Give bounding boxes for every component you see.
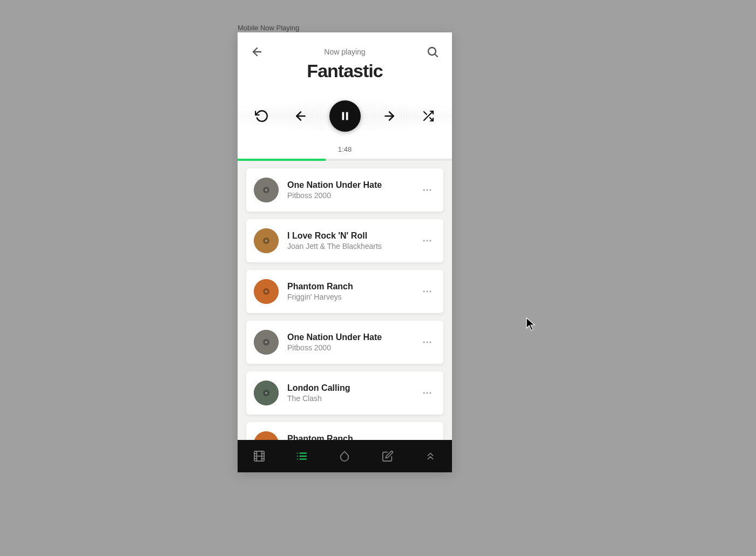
progress-fill: [238, 159, 326, 161]
now-playing-title: Fantastic: [248, 60, 441, 82]
svg-point-40: [254, 431, 279, 440]
svg-point-25: [423, 290, 425, 292]
more-button[interactable]: [418, 334, 436, 351]
next-button[interactable]: [379, 106, 400, 126]
svg-point-33: [429, 341, 431, 343]
cursor-icon: [526, 317, 538, 331]
tab-bar: [238, 440, 452, 472]
more-horizontal-icon: [422, 286, 433, 297]
edit-icon: [382, 450, 394, 462]
svg-point-13: [423, 189, 425, 191]
album-art: [254, 279, 279, 304]
track-artist: Pitboss 2000: [287, 343, 410, 352]
svg-point-26: [426, 290, 428, 292]
search-icon: [426, 45, 439, 58]
svg-point-31: [423, 341, 425, 343]
header: Now playing Fantastic: [238, 32, 452, 89]
more-horizontal-icon: [422, 337, 433, 348]
header-subtitle: Now playing: [266, 48, 424, 56]
album-art: [254, 431, 279, 440]
track-title: I Love Rock 'N' Roll: [287, 231, 410, 241]
track-info: London CallingThe Clash: [287, 383, 410, 403]
album-art: [254, 178, 279, 202]
more-button[interactable]: [418, 435, 436, 440]
svg-point-24: [265, 290, 267, 293]
track-card[interactable]: Phantom RanchFriggin' Harveys: [246, 270, 443, 313]
progress-bar[interactable]: [238, 159, 452, 161]
svg-point-20: [426, 240, 428, 241]
track-card[interactable]: London CallingThe Clash: [246, 371, 443, 415]
svg-line-2: [435, 55, 438, 57]
svg-point-19: [423, 240, 425, 241]
more-horizontal-icon: [422, 185, 433, 195]
previous-button[interactable]: [291, 106, 311, 126]
player-controls: [238, 89, 452, 143]
track-info: One Nation Under HatePitboss 2000: [287, 333, 410, 352]
tab-discover[interactable]: [334, 445, 355, 467]
album-art: [254, 330, 279, 355]
track-title: London Calling: [287, 383, 410, 393]
track-title: One Nation Under Hate: [287, 180, 410, 190]
svg-point-27: [429, 290, 431, 292]
svg-point-12: [265, 189, 267, 191]
more-button[interactable]: [418, 181, 436, 199]
track-title: Phantom Ranch: [287, 282, 410, 291]
search-button[interactable]: [424, 43, 441, 60]
time-elapsed: 1:48: [238, 145, 452, 153]
arrow-left-icon: [294, 109, 308, 123]
pause-icon: [339, 110, 351, 122]
svg-point-39: [429, 392, 431, 394]
svg-line-9: [424, 112, 427, 114]
shuffle-icon: [422, 110, 435, 123]
track-artist: Pitboss 2000: [287, 191, 410, 200]
mobile-device-frame: Now playing Fantastic 1:48 One Nation Un…: [238, 32, 452, 472]
replay-icon: [255, 109, 269, 123]
tab-edit[interactable]: [377, 445, 399, 467]
svg-point-36: [265, 392, 267, 394]
more-horizontal-icon: [422, 388, 433, 398]
svg-rect-4: [342, 112, 344, 120]
shuffle-button[interactable]: [418, 106, 438, 126]
track-info: I Love Rock 'N' RollJoan Jett & The Blac…: [287, 231, 410, 250]
track-card[interactable]: Phantom RanchFriggin' Harveys: [246, 422, 443, 440]
track-info: Phantom RanchFriggin' Harveys: [287, 434, 410, 440]
replay-button[interactable]: [252, 106, 272, 126]
frame-label: Mobile Now Playing: [238, 24, 299, 32]
svg-point-14: [426, 189, 428, 191]
tab-library[interactable]: [248, 445, 270, 467]
pause-button[interactable]: [329, 100, 361, 132]
track-title: Phantom Ranch: [287, 434, 410, 440]
back-button[interactable]: [248, 43, 266, 60]
track-card[interactable]: One Nation Under HatePitboss 2000: [246, 168, 443, 212]
track-artist: The Clash: [287, 394, 410, 403]
track-info: One Nation Under HatePitboss 2000: [287, 180, 410, 200]
svg-point-21: [429, 240, 431, 241]
more-button[interactable]: [418, 232, 436, 249]
svg-point-37: [423, 392, 425, 394]
more-button[interactable]: [418, 384, 436, 402]
more-horizontal-icon: [422, 235, 433, 246]
arrow-left-icon: [251, 45, 264, 58]
droplet-icon: [339, 450, 350, 462]
queue-list: One Nation Under HatePitboss 2000I Love …: [238, 161, 452, 440]
svg-point-18: [265, 240, 267, 242]
svg-point-15: [429, 189, 431, 191]
track-title: One Nation Under Hate: [287, 333, 410, 342]
track-artist: Joan Jett & The Blackhearts: [287, 242, 410, 250]
track-card[interactable]: I Love Rock 'N' RollJoan Jett & The Blac…: [246, 219, 443, 262]
album-art: [254, 228, 279, 253]
svg-point-32: [426, 341, 428, 343]
chevrons-up-icon: [424, 450, 436, 462]
svg-point-38: [426, 392, 428, 394]
tab-top[interactable]: [420, 445, 441, 467]
svg-point-30: [265, 341, 267, 343]
list-icon: [296, 450, 308, 462]
film-icon: [253, 450, 265, 462]
track-info: Phantom RanchFriggin' Harveys: [287, 282, 410, 301]
svg-rect-5: [346, 112, 348, 120]
track-card[interactable]: One Nation Under HatePitboss 2000: [246, 321, 443, 364]
more-button[interactable]: [418, 283, 436, 300]
album-art: [254, 381, 279, 405]
track-artist: Friggin' Harveys: [287, 293, 410, 301]
tab-queue[interactable]: [291, 445, 313, 467]
